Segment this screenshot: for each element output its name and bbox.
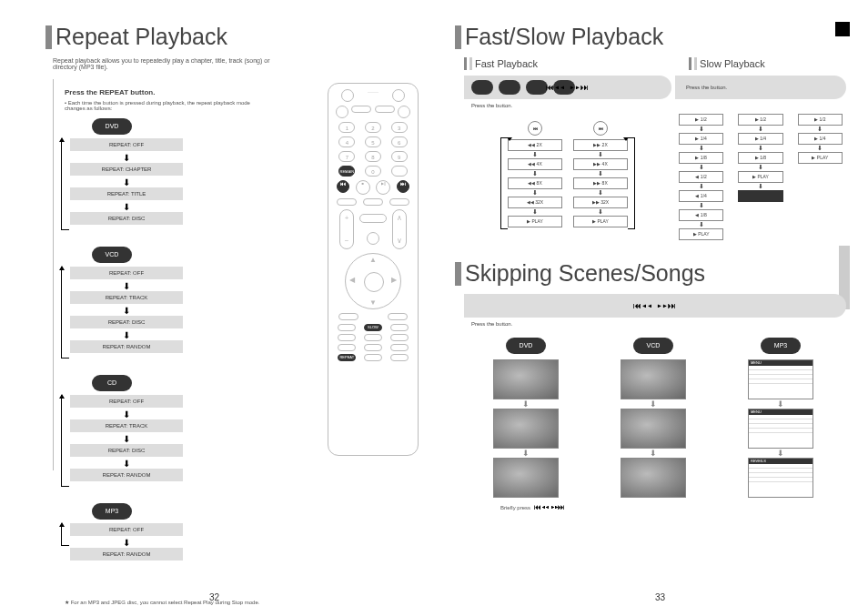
remote-btn: [391, 166, 408, 177]
remote-tv-icon: [392, 89, 405, 102]
accent-bar: [455, 25, 461, 49]
remote-control-illustration: ——— 123 456 789 REMAIN0 ⏮ ■ ▶‖ ⏭: [328, 83, 419, 606]
repeat-instruction: Press the REPEAT button.: [65, 88, 311, 96]
right-page: Fast/Slow Playback Fast Playback Slow Pl…: [455, 24, 846, 511]
thumbnail: [621, 458, 686, 498]
step: REPEAT: TRACK: [70, 419, 183, 432]
left-page: Repeat Playback Repeat playback allows y…: [45, 24, 419, 470]
remote-power-icon: [341, 89, 354, 102]
remote-volume-rocker: +−: [339, 209, 354, 249]
repeat-chain-dvd: DVD REPEAT: OFF ⬇ REPEAT: CHAPTER ⬇ REPE…: [65, 118, 183, 230]
skip-back-icon: ⏮: [528, 121, 542, 136]
fast-subsection: Fast Playback: [464, 57, 538, 72]
transport-glyphs-icon: ⏮◀◀ ▶▶⏭: [633, 301, 677, 310]
step: ▶ 1/4: [798, 133, 843, 145]
remote-btn: [363, 198, 383, 206]
remote-play-pause-icon: ▶‖: [376, 180, 390, 195]
step-dark: [738, 190, 782, 202]
remote-num-0: 0: [365, 166, 381, 177]
step: ▶ PLAY: [508, 216, 562, 227]
slow-subsection: Slow Playback: [689, 57, 765, 72]
step: ◀ 1/4: [679, 190, 723, 202]
slow-play-block: Press the button. ▶ 1/2⬇ ▶ 1/4⬇ ▶ 1/8⬇ ◀…: [675, 76, 846, 246]
step: ▶ 1/4: [679, 133, 723, 145]
remote-btn: [398, 106, 410, 118]
skip-col-vcd: VCD ⬇ ⬇: [595, 338, 712, 500]
thumbnail: [493, 409, 559, 449]
sub-title: Slow Playback: [700, 58, 765, 69]
transport-glyphs-icon: ⏮◀◀ ▶▶⏭: [546, 83, 590, 92]
step: ▶▶ 2X: [573, 139, 628, 151]
menu-thumbnail: MENU: [748, 359, 813, 399]
remote-num-3: 3: [391, 122, 408, 133]
slow-chain-vcd: ▶ 1/2⬇ ▶ 1/4⬇ ▶ 1/8⬇ ▶ PLAY⬇: [738, 114, 782, 242]
fast-press-label: Press the button.: [471, 103, 664, 108]
manual-spread: Repeat Playback Repeat playback allows y…: [0, 0, 868, 606]
badge: [499, 80, 520, 95]
step: ▶ PLAY: [573, 216, 628, 227]
section-title: Repeat Playback: [56, 24, 227, 50]
step: ▶ 1/2: [798, 114, 843, 126]
badge-mp3: MP3: [92, 503, 132, 520]
note-label: Briefly press: [500, 505, 530, 510]
remote-channel-rocker: ∧∨: [392, 209, 407, 249]
badge-dvd: DVD: [506, 338, 546, 354]
remote-btn: [389, 198, 409, 206]
remote-repeat-btn: REPEAT: [338, 354, 356, 361]
loop-arrow-icon: [61, 138, 69, 230]
down-arrow-icon: ⬇: [70, 459, 183, 469]
page-number-right: 33: [655, 592, 665, 602]
down-arrow-icon: ⬇: [70, 153, 183, 163]
remote-btn: [338, 344, 356, 351]
thumbnail: [621, 409, 686, 449]
badge: [526, 80, 548, 95]
remote-btn: [337, 198, 357, 206]
remote-btn: [390, 354, 409, 361]
remote-num-6: 6: [391, 136, 408, 147]
step: REPEAT: OFF: [70, 395, 183, 408]
page-number-left: 32: [209, 592, 219, 602]
step: REPEAT: OFF: [70, 523, 183, 536]
step: REPEAT: DISC: [70, 316, 183, 328]
remote-num-8: 8: [365, 151, 381, 162]
down-arrow-icon: ⬇: [70, 281, 183, 291]
step: REPEAT: DISC: [70, 212, 183, 225]
step: REPEAT: TRACK: [70, 291, 183, 304]
down-arrow-icon: ⬇: [70, 409, 183, 419]
step: ▶ 1/8: [679, 152, 723, 164]
step: ▶ 1/4: [738, 133, 782, 145]
step: ▶ 1/2: [738, 114, 782, 126]
slow-chain-mp3: ▶ 1/2⬇ ▶ 1/4⬇ ▶ PLAY: [798, 114, 843, 242]
step: REPEAT: TITLE: [70, 187, 183, 200]
section-title: Skipping Scenes/Songs: [465, 260, 705, 287]
step: REPEAT: RANDOM: [70, 469, 183, 481]
menu-thumbnail: REVEILS: [748, 458, 813, 498]
down-arrow-icon: ⬇: [70, 330, 183, 340]
step: ◀◀ 32X: [508, 197, 562, 208]
loop-arrow-icon: [61, 267, 69, 359]
section-title-bar: Repeat Playback: [45, 24, 419, 50]
thumbnail: [621, 359, 686, 399]
remote-num-5: 5: [365, 136, 381, 147]
remote-btn: [390, 334, 409, 341]
step: REPEAT: OFF: [70, 138, 183, 151]
remote-num-7: 7: [338, 151, 355, 162]
down-arrow-icon: ⬇: [70, 434, 183, 444]
remote-btn: [364, 344, 382, 351]
step: REPEAT: OFF: [70, 267, 183, 279]
remote-btn: [364, 354, 382, 361]
thumbnail: [493, 458, 559, 498]
badge-vcd: VCD: [92, 247, 132, 263]
remote-return-btn: [338, 313, 358, 320]
down-arrow-icon: ⬇: [70, 202, 183, 212]
accent-bar: [455, 262, 461, 286]
repeat-chain-mp3: MP3 REPEAT: OFF ⬇ REPEAT: RANDOM: [65, 503, 183, 566]
repeat-flow-panel: Press the REPEAT button. • Each time the…: [54, 79, 322, 606]
section-title-bar: Skipping Scenes/Songs: [455, 260, 846, 287]
badge-vcd: VCD: [633, 338, 673, 354]
loop-arrow-icon: [500, 137, 508, 229]
skip-footnote: Briefly press ⏮◀◀ ▶▶⏭: [500, 503, 846, 511]
down-arrow-icon: ⬇: [70, 306, 183, 316]
remote-exit-btn: [388, 313, 408, 320]
sub-title: Fast Playback: [475, 58, 538, 69]
